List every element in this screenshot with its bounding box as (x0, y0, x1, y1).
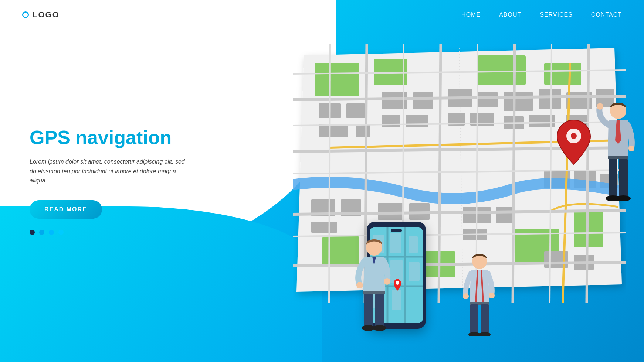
svg-point-91 (489, 293, 495, 298)
nav-link-home[interactable]: HOME (461, 11, 481, 18)
svg-line-54 (329, 44, 330, 303)
svg-point-98 (597, 103, 603, 110)
svg-rect-75 (363, 291, 385, 294)
svg-point-81 (384, 278, 390, 285)
svg-rect-21 (504, 92, 533, 111)
person-center-figure (459, 251, 500, 336)
svg-rect-14 (413, 92, 433, 109)
dot-1[interactable] (30, 230, 35, 235)
logo-text: LOGO (33, 10, 60, 20)
svg-point-80 (356, 282, 363, 288)
svg-rect-35 (496, 207, 515, 223)
svg-rect-16 (406, 115, 428, 127)
nav-link-services[interactable]: SERVICES (540, 11, 573, 18)
svg-point-90 (463, 293, 469, 299)
svg-rect-31 (378, 203, 404, 220)
svg-rect-86 (470, 304, 478, 334)
map-area (263, 33, 644, 336)
nav-links: HOME ABOUT SERVICES CONTACT (461, 11, 622, 18)
svg-point-97 (616, 195, 631, 201)
svg-rect-70 (409, 262, 420, 281)
map-pin-large (555, 118, 592, 168)
dot-2[interactable] (39, 230, 44, 235)
svg-line-47 (439, 44, 441, 303)
logo: LOGO (22, 10, 60, 20)
svg-rect-12 (356, 124, 370, 137)
svg-rect-94 (609, 159, 617, 198)
hero-title: GPS navigation (30, 127, 189, 148)
svg-point-89 (479, 332, 491, 336)
nav-item-home[interactable]: HOME (461, 11, 481, 18)
dot-4[interactable] (58, 230, 64, 235)
svg-rect-22 (539, 89, 561, 109)
nav-item-contact[interactable]: CONTACT (591, 11, 622, 18)
pagination-dots (30, 230, 189, 235)
svg-point-99 (628, 146, 634, 151)
svg-rect-67 (409, 236, 418, 253)
svg-rect-3 (478, 55, 526, 85)
svg-line-49 (587, 44, 589, 303)
nav-link-about[interactable]: ABOUT (499, 11, 521, 18)
person-right-figure (596, 100, 640, 203)
hero-description: Lorem ipsum dolor sit amet, consectetur … (30, 157, 189, 185)
svg-rect-10 (346, 103, 365, 118)
svg-rect-76 (364, 294, 373, 327)
svg-rect-15 (382, 115, 400, 127)
svg-rect-93 (608, 156, 628, 159)
nav-item-about[interactable]: ABOUT (499, 11, 521, 18)
nav-link-contact[interactable]: CONTACT (591, 11, 622, 18)
svg-line-48 (513, 44, 515, 303)
svg-rect-4 (544, 63, 581, 85)
svg-rect-77 (375, 294, 384, 327)
navbar: LOGO HOME ABOUT SERVICES CONTACT (0, 0, 644, 30)
svg-rect-95 (619, 159, 628, 198)
phone-notch (391, 229, 402, 232)
dot-3[interactable] (49, 230, 54, 235)
pin-svg (555, 118, 592, 166)
svg-point-78 (362, 325, 375, 331)
svg-rect-18 (478, 92, 498, 107)
logo-icon (22, 11, 29, 18)
svg-point-88 (468, 332, 480, 336)
svg-rect-30 (311, 222, 337, 233)
svg-rect-85 (470, 302, 489, 305)
hero-content: GPS navigation Lorem ipsum dolor sit ame… (30, 127, 189, 235)
svg-rect-87 (481, 304, 489, 334)
svg-rect-1 (315, 63, 359, 96)
person-left-figure (352, 236, 396, 332)
svg-point-59 (571, 133, 577, 139)
read-more-button[interactable]: READ MORE (30, 200, 102, 219)
nav-item-services[interactable]: SERVICES (540, 11, 573, 18)
svg-point-79 (373, 325, 386, 331)
